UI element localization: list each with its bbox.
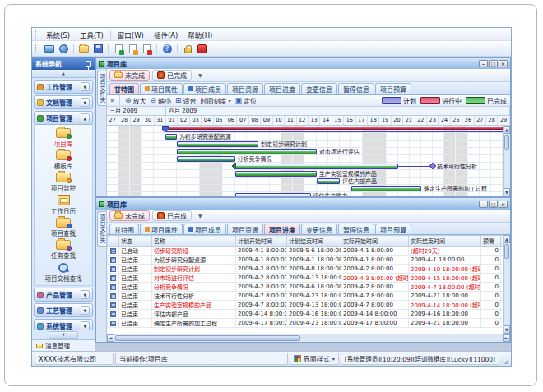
table-row[interactable]: 已结束为初步研究分配资源2009-4-1 8:00:002009-4-1 18:… bbox=[108, 256, 504, 265]
table-tab-2[interactable]: 项目属性 bbox=[140, 224, 183, 234]
menu-plugins[interactable]: 插件(A) bbox=[149, 29, 183, 40]
table-row[interactable]: 已结束评估内部产品2009-4-14 8:00:002009-4-16 18:0… bbox=[108, 310, 504, 319]
gantt-vertical-scrollbar[interactable] bbox=[503, 126, 510, 196]
message-management-tab[interactable]: 消息管理 bbox=[32, 339, 95, 351]
sidebar-item-template-library[interactable]: 模板库 bbox=[35, 150, 92, 171]
chevron-down-icon[interactable]: ▼ bbox=[81, 321, 90, 330]
scroll-thumb[interactable] bbox=[504, 244, 509, 259]
task-bar[interactable] bbox=[177, 156, 235, 162]
save-icon[interactable] bbox=[92, 43, 104, 54]
task-bar[interactable] bbox=[235, 193, 311, 196]
table-tab-3[interactable]: 项目成员 bbox=[183, 224, 226, 234]
gantt-tab-5[interactable]: 项目进度 bbox=[264, 83, 300, 94]
ui-style-button[interactable]: 界面样式 ▾ bbox=[290, 353, 339, 365]
fit-button[interactable]: ⊞适合 bbox=[175, 96, 197, 105]
chevron-down-icon[interactable]: ▼ bbox=[81, 306, 90, 315]
table-row[interactable]: 已结束制定初步研究计划2009-4-2 8:00:002009-4-8 18:0… bbox=[108, 265, 504, 274]
gantt-tab-4[interactable]: 项目资源 bbox=[227, 83, 263, 94]
help-icon[interactable] bbox=[161, 43, 173, 54]
table-filter-unfinished[interactable]: 未完成 bbox=[109, 210, 150, 221]
gantt-filter-overflow[interactable]: ▼ bbox=[196, 72, 205, 78]
table-window-close-button[interactable]: × bbox=[499, 201, 508, 208]
table-row[interactable]: 已结束生产实验室规模的产品2009-4-7 8:00:002009-4-13 1… bbox=[108, 301, 504, 310]
column-header[interactable]: 状态 bbox=[119, 236, 152, 247]
table-window-minimize-button[interactable]: – bbox=[479, 201, 488, 208]
gantt-tab-2[interactable]: 项目属性 bbox=[140, 83, 183, 94]
sidebar-section-system[interactable]: 系统管理▼ bbox=[34, 319, 93, 330]
sidebar-collapse-button[interactable]: ▲ bbox=[32, 70, 95, 78]
table-filter-overflow[interactable]: ▼ bbox=[196, 213, 205, 219]
column-header[interactable]: 名称 bbox=[152, 236, 236, 247]
task-bar[interactable] bbox=[235, 171, 317, 177]
sidebar-item-project-monitor[interactable]: 项目监控 bbox=[35, 172, 92, 193]
scroll-thumb[interactable] bbox=[115, 335, 300, 341]
scroll-left-arrow[interactable] bbox=[107, 334, 114, 342]
menu-help[interactable]: 帮助(H) bbox=[183, 29, 217, 40]
gantt-tab-8[interactable]: 项目预算 bbox=[375, 83, 411, 94]
table-window-titlebar[interactable]: 项目库 –□× bbox=[96, 198, 510, 210]
sidebar-item-project-search[interactable]: 项目查找 bbox=[35, 217, 92, 238]
column-header[interactable] bbox=[108, 236, 119, 247]
column-header[interactable]: 预警 bbox=[481, 236, 501, 247]
folder-icon[interactable] bbox=[78, 43, 90, 54]
scroll-thumb[interactable] bbox=[504, 135, 509, 150]
lock-icon[interactable] bbox=[182, 43, 193, 54]
sidebar-section-work[interactable]: 工作管理▼ bbox=[34, 80, 93, 94]
column-header[interactable]: 计划结束时间 bbox=[287, 236, 341, 247]
menu-system[interactable]: 系统(S) bbox=[41, 29, 75, 40]
doc-edit-icon[interactable] bbox=[127, 43, 138, 54]
locate-button[interactable]: ▣定位 bbox=[235, 96, 258, 105]
table-window-maximize-button[interactable]: □ bbox=[489, 201, 498, 208]
menu-window[interactable]: 窗口(W) bbox=[113, 29, 149, 40]
chevron-down-icon[interactable]: ▼ bbox=[81, 82, 90, 91]
table-row[interactable]: 已启动初步研究阶段2009-4-1 8:00:002009-5-6 18:00:… bbox=[108, 247, 504, 256]
table-tab-6[interactable]: 变更信息 bbox=[301, 224, 337, 234]
task-bar[interactable] bbox=[351, 186, 421, 191]
table-row[interactable]: 已结束对市场进行评估2009-4-2 8:00:002009-4-13 18:0… bbox=[108, 274, 504, 283]
table-tab-1[interactable]: 甘特图 bbox=[109, 224, 139, 234]
scroll-down-arrow[interactable] bbox=[504, 325, 510, 334]
task-bar[interactable] bbox=[177, 141, 258, 147]
sidebar-item-project-doc-search[interactable]: 项目文档查找 bbox=[35, 261, 92, 284]
table-horizontal-scrollbar[interactable] bbox=[107, 334, 510, 342]
column-header[interactable]: 计划开始时间 bbox=[236, 236, 287, 247]
resize-grip[interactable] bbox=[501, 353, 508, 365]
chevron-down-icon[interactable]: ▼ bbox=[81, 290, 90, 299]
gantt-filter-unfinished[interactable]: 未完成 bbox=[109, 70, 150, 81]
menu-tools[interactable]: 工具(T) bbox=[75, 29, 109, 40]
zoom-out-button[interactable]: ⊖缩小 bbox=[150, 96, 171, 105]
sidebar-item-work-calendar[interactable]: 工作日历 bbox=[35, 194, 92, 216]
table-row[interactable]: 已结束技术可行性分析2009-4-7 8:00:002009-4-23 18:0… bbox=[108, 292, 504, 301]
table-row[interactable]: 已结束确定生产所需的加工过程2009-4-17 8:00:002009-4-23… bbox=[108, 319, 504, 328]
scroll-right-arrow[interactable] bbox=[503, 334, 510, 342]
task-bar[interactable] bbox=[317, 178, 340, 184]
table-tab-5[interactable]: 项目进度 bbox=[264, 224, 300, 234]
chevron-up-icon[interactable]: ▲ bbox=[81, 113, 90, 122]
gantt-window-titlebar[interactable]: 项目库 –□× bbox=[96, 58, 510, 69]
project-folder-vtab[interactable]: 项目文件夹 bbox=[97, 71, 106, 106]
gantt-tab-3[interactable]: 项目成员 bbox=[183, 83, 226, 94]
gantt-window-maximize-button[interactable]: □ bbox=[489, 60, 498, 67]
gantt-filter-finished[interactable]: 已完成 bbox=[152, 70, 192, 81]
summary-plan-bar[interactable] bbox=[165, 131, 503, 132]
gantt-tab-1[interactable]: 甘特图 bbox=[109, 83, 139, 94]
sidebar-item-project-library[interactable]: 项目库 bbox=[35, 127, 92, 149]
task-bar[interactable] bbox=[177, 149, 317, 154]
table-vertical-scrollbar[interactable] bbox=[503, 235, 510, 334]
task-bar[interactable] bbox=[165, 134, 177, 140]
scroll-up-arrow[interactable] bbox=[504, 126, 510, 134]
sidebar-section-project[interactable]: 项目管理▲ bbox=[34, 111, 93, 125]
sidebar-section-document[interactable]: 文档管理▼ bbox=[34, 95, 93, 109]
gantt-tab-6[interactable]: 变更信息 bbox=[301, 83, 337, 94]
table-tab-8[interactable]: 项目预算 bbox=[375, 224, 411, 234]
column-header[interactable]: 实际开始时间 bbox=[341, 236, 409, 247]
exit-icon[interactable] bbox=[196, 43, 207, 54]
scroll-down-arrow[interactable] bbox=[504, 188, 510, 196]
time-scale-button[interactable]: 时间刻度▾ bbox=[201, 96, 231, 105]
table-tab-4[interactable]: 项目资源 bbox=[227, 224, 263, 234]
sidebar-item-task-search[interactable]: 任务查找 bbox=[35, 239, 92, 261]
globe-icon[interactable] bbox=[58, 43, 69, 54]
gantt-tab-7[interactable]: 暂停信息 bbox=[338, 83, 374, 94]
task-bar[interactable] bbox=[235, 164, 398, 169]
sidebar-section-process[interactable]: 工艺管理▼ bbox=[34, 303, 93, 317]
